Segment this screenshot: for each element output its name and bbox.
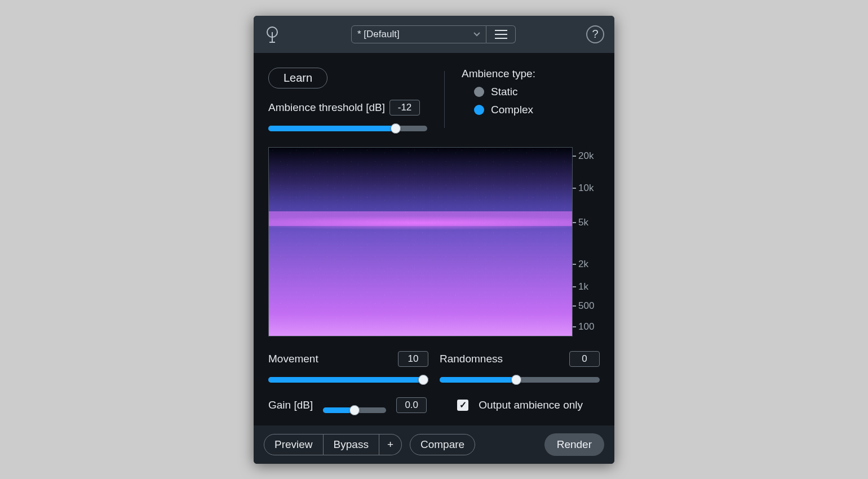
output-only-label[interactable]: Output ambience only [479, 399, 583, 411]
radio-dot-icon [474, 87, 484, 97]
movement-label: Movement [268, 353, 318, 365]
radio-dot-icon [474, 105, 484, 115]
threshold-input[interactable]: -12 [389, 100, 420, 116]
bypass-button[interactable]: Bypass [324, 434, 379, 455]
render-button[interactable]: Render [544, 433, 604, 456]
preview-button[interactable]: Preview [264, 434, 324, 455]
spectrogram-display [268, 147, 573, 336]
randomness-label: Randomness [440, 353, 503, 365]
frequency-axis: 20k10k5k2k1k500100 [573, 147, 600, 336]
freq-tick: 5k [573, 217, 588, 228]
radio-complex[interactable]: Complex [474, 104, 535, 116]
randomness-slider-knob[interactable] [511, 375, 521, 385]
radio-complex-label: Complex [491, 104, 533, 116]
radio-static-label: Static [491, 86, 518, 98]
movement-slider-knob[interactable] [418, 375, 428, 385]
freq-tick: 10k [573, 183, 594, 194]
help-button[interactable]: ? [586, 25, 604, 43]
chevron-down-icon [473, 30, 480, 38]
freq-tick: 20k [573, 150, 594, 162]
freq-tick: 500 [573, 300, 594, 312]
movement-slider[interactable] [268, 377, 428, 383]
randomness-input[interactable]: 0 [569, 351, 600, 367]
gain-slider[interactable] [323, 407, 386, 413]
freq-tick: 100 [573, 321, 594, 332]
titlebar: * [Default] ? [254, 16, 614, 53]
threshold-label: Ambience threshold [dB] [268, 101, 385, 114]
menu-button[interactable] [486, 25, 516, 43]
plugin-window: * [Default] ? Learn Ambience thresh [254, 16, 614, 464]
footer-bar: Preview Bypass + Compare Render [254, 425, 614, 464]
output-only-checkbox[interactable]: ✓ [457, 400, 468, 411]
vertical-divider [444, 71, 445, 128]
threshold-slider-knob[interactable] [391, 123, 401, 134]
app-logo-icon [264, 26, 281, 43]
freq-tick: 1k [573, 281, 588, 292]
randomness-slider[interactable] [440, 377, 600, 383]
ambience-type-label: Ambience type: [462, 68, 535, 80]
preset-select[interactable]: * [Default] [351, 25, 486, 43]
gain-label: Gain [dB] [268, 399, 313, 411]
gain-slider-knob[interactable] [349, 405, 360, 415]
movement-input[interactable]: 10 [398, 351, 428, 367]
gain-input[interactable]: 0.0 [396, 397, 427, 413]
threshold-slider[interactable] [268, 126, 427, 131]
radio-static[interactable]: Static [474, 86, 535, 98]
compare-button[interactable]: Compare [410, 434, 475, 455]
menu-icon [495, 29, 507, 39]
add-button[interactable]: + [379, 434, 402, 455]
body-panel: Learn Ambience threshold [dB] -12 Ambien… [254, 53, 614, 425]
learn-button[interactable]: Learn [268, 68, 327, 88]
freq-tick: 2k [573, 259, 588, 270]
preset-label: * [Default] [357, 29, 400, 40]
